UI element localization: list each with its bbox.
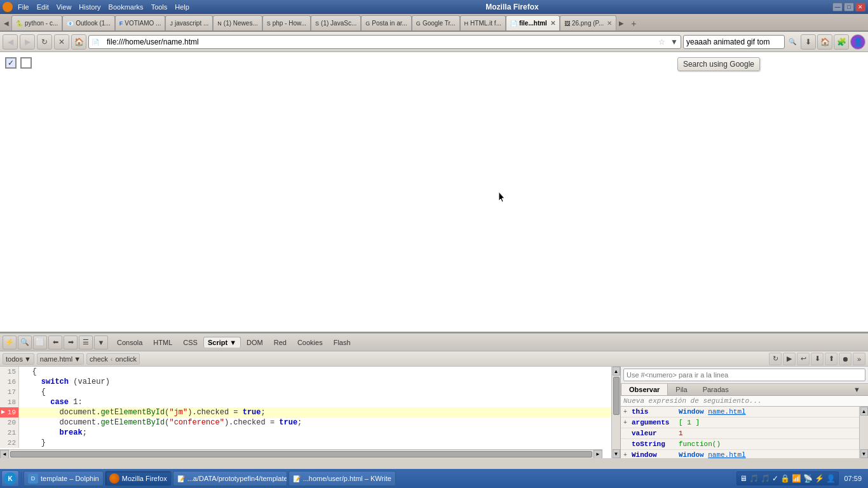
- stop-button[interactable]: ✕: [54, 34, 69, 50]
- code-vscroll-up[interactable]: ▲: [613, 367, 620, 376]
- menu-bookmarks[interactable]: Bookmarks: [106, 3, 146, 11]
- devtools-pointer-button[interactable]: 🔍: [18, 336, 32, 349]
- text-editor-icon-1: 📝: [177, 475, 185, 482]
- tab-javasc2[interactable]: S (1) JavaSc...: [311, 15, 361, 30]
- taskbar-app-prototype[interactable]: 📝 ...a/DATA/prototypefin4/template/...: [173, 471, 287, 486]
- url-bar[interactable]: 📄 file:///home/user/name.html ☆ ▼: [88, 35, 681, 49]
- code-hscroll-left[interactable]: ◀: [0, 450, 9, 459]
- search-input[interactable]: [683, 35, 785, 49]
- script-reload-button[interactable]: ↻: [769, 353, 782, 365]
- script-step-into-button[interactable]: ⬇: [811, 353, 824, 365]
- right-vscroll-down[interactable]: ▼: [860, 449, 868, 458]
- tab-outlook[interactable]: 📧 Outlook (1...: [62, 15, 114, 30]
- title-bar-left: File Edit View History Bookmarks Tools H…: [3, 2, 192, 12]
- back-button[interactable]: ◀: [3, 34, 18, 50]
- todos-selector[interactable]: todos ▼: [3, 353, 34, 365]
- taskbar-app-kwrite[interactable]: 📝 ...home/user/p.html – KWrite: [288, 471, 396, 486]
- paradas-tab[interactable]: Paradas: [695, 384, 736, 395]
- devtools-tabs: Consola HTML CSS Script ▼ DOM Red Cookie…: [109, 337, 865, 348]
- this-link[interactable]: name.html: [708, 408, 745, 416]
- right-vscroll-up[interactable]: ▲: [860, 407, 868, 416]
- tab-javascript[interactable]: J javascript ...: [165, 15, 213, 30]
- taskbar-app-dolphin[interactable]: D template – Dolphin: [24, 471, 104, 486]
- url-bookmark-star[interactable]: ☆: [658, 37, 665, 46]
- observar-tab[interactable]: Observar: [621, 384, 668, 395]
- checkbox-checked[interactable]: ✓: [5, 57, 17, 69]
- devtools-tab-dom[interactable]: DOM: [241, 337, 268, 348]
- window-minimize-button[interactable]: —: [832, 3, 843, 11]
- devtools-box-button[interactable]: ⬜: [33, 336, 47, 349]
- script-step-out-button[interactable]: ⬆: [825, 353, 837, 365]
- window-maximize-button[interactable]: □: [844, 3, 854, 11]
- url-favicon: 📄: [92, 38, 99, 45]
- line-search-input[interactable]: [623, 369, 865, 381]
- devtools-dropdown-button[interactable]: ▼: [94, 336, 108, 349]
- tab-php[interactable]: S php - How...: [262, 15, 311, 30]
- tab-html-it[interactable]: H HTML.it f...: [460, 15, 506, 30]
- tab-google-tr[interactable]: G Google Tr...: [412, 15, 460, 30]
- tab-newes[interactable]: N (1) Newes...: [213, 15, 262, 30]
- window-expander[interactable]: +: [623, 452, 630, 458]
- tab-close-26png[interactable]: ✕: [607, 20, 612, 27]
- download-button[interactable]: ⬇: [801, 34, 816, 50]
- code-hscroll-thumb[interactable]: [10, 451, 592, 458]
- menu-help[interactable]: Help: [172, 3, 192, 11]
- menu-view[interactable]: View: [54, 3, 74, 11]
- devtools-forward-button[interactable]: ➡: [64, 336, 78, 349]
- tab-close-file-html[interactable]: ✕: [550, 20, 555, 27]
- forward-button[interactable]: ▶: [20, 34, 35, 50]
- home-button[interactable]: 🏠: [71, 34, 86, 50]
- tab-scroll-right[interactable]: ▶: [616, 15, 627, 30]
- devtools-tab-script[interactable]: Script ▼: [203, 337, 241, 348]
- window-link[interactable]: name.html: [708, 451, 745, 458]
- code-vscroll-down[interactable]: ▼: [613, 449, 620, 458]
- file-selector[interactable]: name.html ▼: [37, 353, 84, 365]
- start-button[interactable]: K: [1, 470, 19, 487]
- function-selector[interactable]: check ‹ onclick: [86, 353, 140, 365]
- menu-history[interactable]: History: [76, 3, 103, 11]
- devtools-tab-consola[interactable]: Consola: [112, 337, 147, 348]
- observar-dropdown[interactable]: ▼: [846, 384, 868, 395]
- script-breakpoints-button[interactable]: ⏺: [839, 353, 851, 365]
- tab-votiamo[interactable]: F VOTIAMO ...: [115, 15, 166, 30]
- addon-icon[interactable]: 🧩: [834, 34, 849, 50]
- menu-edit[interactable]: Edit: [34, 3, 51, 11]
- tab-python[interactable]: 🐍 python - c...: [11, 15, 62, 30]
- nav-icons: ⬇ 🏠 🧩 👤: [801, 34, 865, 50]
- reload-button[interactable]: ↻: [37, 34, 52, 50]
- user-icon[interactable]: 👤: [850, 34, 865, 50]
- pila-tab[interactable]: Pila: [668, 384, 695, 395]
- devtools-inspect-button[interactable]: ⚡: [3, 336, 17, 349]
- search-google-button[interactable]: Search using Google: [677, 57, 760, 71]
- this-expander[interactable]: +: [623, 409, 630, 416]
- devtools-tab-css[interactable]: CSS: [178, 337, 203, 348]
- devtools-tab-red[interactable]: Red: [269, 337, 292, 348]
- code-vscroll-thumb[interactable]: [613, 377, 620, 415]
- devtools-tab-flash[interactable]: Flash: [329, 337, 356, 348]
- arguments-expander[interactable]: +: [623, 419, 630, 426]
- home-icon-btn[interactable]: 🏠: [817, 34, 832, 50]
- taskbar-app-firefox[interactable]: Mozilla Firefox: [105, 471, 172, 486]
- devtools-tab-cookies[interactable]: Cookies: [292, 337, 328, 348]
- tab-file-html[interactable]: 📄 file...html ✕: [506, 15, 560, 30]
- tab-26png[interactable]: 🖼 26.png (P... ✕: [560, 15, 616, 30]
- new-tab-button[interactable]: +: [627, 17, 641, 30]
- script-more-button[interactable]: »: [853, 353, 865, 365]
- script-step-over-button[interactable]: ↩: [797, 353, 810, 365]
- menu-file[interactable]: File: [15, 3, 32, 11]
- checkbox-unchecked[interactable]: [20, 57, 32, 69]
- devtools-back-button[interactable]: ⬅: [48, 336, 62, 349]
- line-number-22: 22: [0, 438, 19, 448]
- code-editor[interactable]: 15 { 16 switch (valeur) 17 { 18 c: [0, 367, 611, 458]
- code-hscroll-right[interactable]: ▶: [593, 450, 602, 459]
- menu-tools[interactable]: Tools: [149, 3, 170, 11]
- tab-posta[interactable]: G Posta in ar...: [361, 15, 412, 30]
- window-close-button[interactable]: ✕: [855, 3, 865, 11]
- search-submit-button[interactable]: 🔍: [786, 35, 799, 49]
- devtools-tab-html[interactable]: HTML: [148, 337, 177, 348]
- url-go-button[interactable]: ▼: [670, 37, 678, 46]
- new-watch-expression[interactable]: Nueva expresión de seguimiento...: [621, 396, 868, 407]
- script-play-button[interactable]: ▶: [783, 353, 796, 365]
- tab-scroll-left[interactable]: ◀: [1, 15, 11, 30]
- devtools-menu-button[interactable]: ☰: [79, 336, 93, 349]
